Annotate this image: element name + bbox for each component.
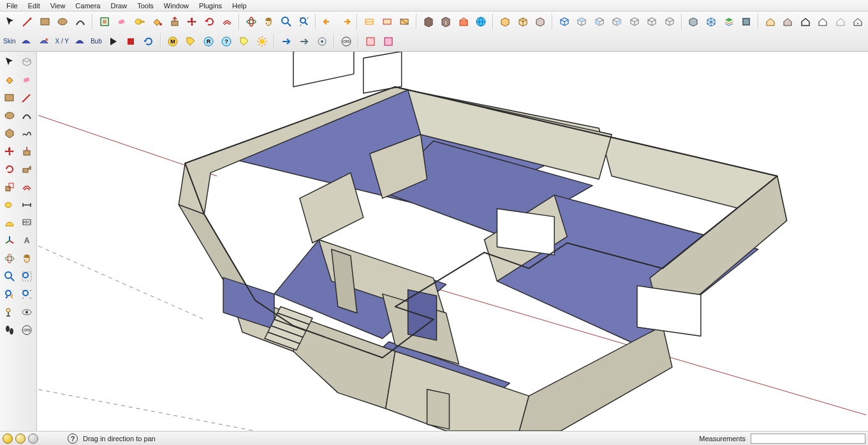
eraser-tool[interactable] [114,13,130,30]
line-tool-left[interactable] [19,89,36,106]
style-wireframe-button[interactable] [703,13,719,30]
left-view-button[interactable] [644,13,661,30]
m-badge-button[interactable]: M [165,33,181,50]
undo-button[interactable] [320,13,336,30]
push-pull-tool-left[interactable] [19,143,36,160]
text-tool-left[interactable]: ABC [19,215,36,231]
circle-tool[interactable] [55,13,71,30]
arrow-tool[interactable] [278,33,295,50]
arc-tool[interactable] [72,13,89,30]
orbit-tool-left[interactable] [1,250,18,267]
tag-yellow-button[interactable] [236,33,253,50]
menu-help[interactable]: Help [227,1,252,10]
select-tool-left[interactable] [1,54,18,70]
tape-measure-tool[interactable] [131,13,148,30]
zoom-window-tool-left[interactable] [19,268,36,285]
claim-credit-button[interactable] [28,434,38,444]
play-button[interactable] [105,33,121,50]
get-models-button[interactable] [420,13,437,30]
zoom-extents-tool[interactable] [296,13,313,30]
refresh-button[interactable] [140,33,157,50]
help-badge-button[interactable]: ? [218,33,235,50]
previous-view-left[interactable] [1,286,18,303]
paint-tool-left[interactable] [1,72,18,88]
back-view-button[interactable] [626,13,643,30]
house-style-4[interactable] [815,13,832,30]
rectangle-tool[interactable] [37,13,54,30]
section-plane-tool[interactable] [361,13,378,30]
zoom-tool-left[interactable] [1,268,18,285]
menu-edit[interactable]: Edit [23,1,45,10]
section-display-tool[interactable] [379,13,395,30]
menu-window[interactable]: Window [159,1,194,10]
menu-view[interactable]: View [45,1,71,10]
front-view-button[interactable] [591,13,608,30]
freehand-tool-left[interactable] [19,125,36,142]
eraser-tool-left[interactable] [19,72,36,88]
rectangle-tool-left[interactable] [1,89,18,106]
menu-plugins[interactable]: Plugins [194,1,227,10]
3d-viewport[interactable] [37,52,868,431]
box-tool-1[interactable] [497,13,513,30]
skin-tool-2[interactable] [36,33,52,50]
walk-tool-left[interactable] [1,322,18,338]
share-model-button[interactable] [438,13,455,30]
push-pull-tool[interactable] [166,13,183,30]
skin-tool-1[interactable] [18,33,34,50]
offset-tool-left[interactable] [19,179,36,195]
outliner-button[interactable] [738,13,754,30]
box-tool-3[interactable] [532,13,548,30]
house-style-2[interactable] [779,13,796,30]
pan-tool[interactable] [261,13,277,30]
position-camera-left[interactable] [1,304,18,321]
make-component-tool[interactable] [96,13,113,30]
zoom-tool[interactable] [278,13,295,30]
3d-text-tool-left[interactable]: A [19,232,36,249]
house-style-1[interactable] [762,13,779,30]
look-around-left[interactable] [19,304,36,321]
geo-location-button[interactable] [3,434,13,444]
paint-bucket-tool[interactable] [149,13,165,30]
offset-tool[interactable] [219,13,236,30]
menu-file[interactable]: File [1,1,23,10]
right-view-button[interactable] [609,13,626,30]
move-tool-left[interactable] [1,143,18,160]
extensions-button[interactable] [473,13,490,30]
arc-tool-left[interactable] [19,107,36,124]
line-tool[interactable] [20,13,36,30]
tag-button[interactable] [182,33,199,50]
pan-tool-left[interactable] [19,250,36,267]
circle-tool-left[interactable] [1,107,18,124]
measurements-input[interactable] [751,434,865,444]
rotate-tool-left[interactable] [1,161,18,177]
r-badge-button[interactable]: R [200,33,217,50]
zoom-extents-left[interactable] [19,286,36,303]
menu-draw[interactable]: Draw [105,1,132,10]
scale-tool-left[interactable] [1,179,18,195]
tape-tool-left[interactable] [1,197,18,213]
house-style-6[interactable] [850,13,867,30]
sun-button[interactable] [254,33,270,50]
house-style-5[interactable] [832,13,849,30]
face-back-button[interactable] [380,33,397,50]
3d-warehouse-button[interactable] [455,13,472,30]
crs-button[interactable]: CRS [338,33,355,50]
bottom-view-button[interactable] [661,13,678,30]
redo-button[interactable] [337,13,354,30]
move-tool[interactable] [184,13,200,30]
menu-tools[interactable]: Tools [132,1,159,10]
polygon-tool-left[interactable] [1,125,18,142]
layers-button[interactable] [721,13,737,30]
select-tool[interactable] [2,13,18,30]
xy-tool[interactable] [71,33,88,50]
protractor-tool-left[interactable] [1,215,18,231]
component-tool-left[interactable] [19,54,36,70]
follow-me-tool-left[interactable] [19,161,36,177]
target-tool[interactable] [314,33,330,50]
axes-tool-left[interactable] [1,232,18,249]
top-view-button[interactable] [573,13,590,30]
arrow-tool-2[interactable] [296,33,313,50]
box-tool-2[interactable] [515,13,531,30]
face-front-button[interactable] [362,33,379,50]
crs-tool-left[interactable]: CRS [19,322,36,338]
